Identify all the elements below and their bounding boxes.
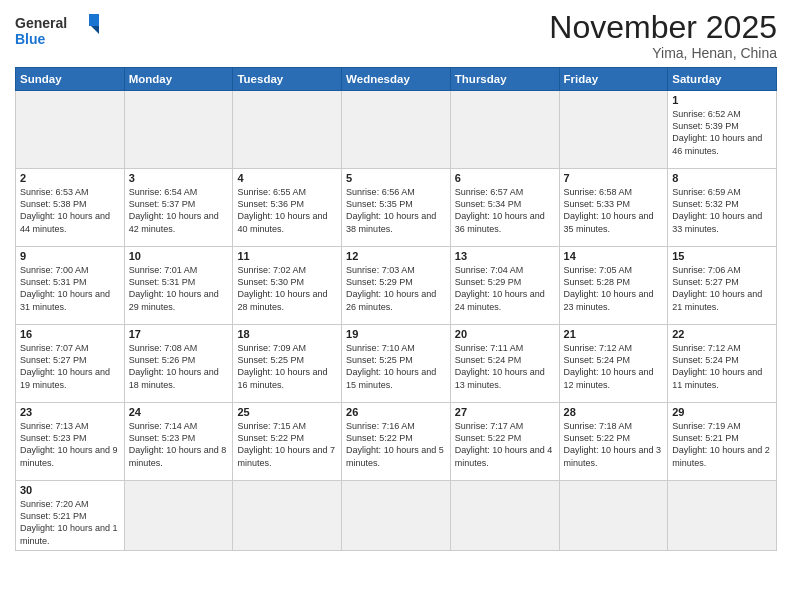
calendar-cell: 25Sunrise: 7:15 AM Sunset: 5:22 PM Dayli…	[233, 403, 342, 481]
day-info: Sunrise: 7:17 AM Sunset: 5:22 PM Dayligh…	[455, 420, 555, 469]
day-number: 23	[20, 406, 120, 418]
calendar-week-row: 16Sunrise: 7:07 AM Sunset: 5:27 PM Dayli…	[16, 325, 777, 403]
calendar-cell: 14Sunrise: 7:05 AM Sunset: 5:28 PM Dayli…	[559, 247, 668, 325]
calendar-cell: 27Sunrise: 7:17 AM Sunset: 5:22 PM Dayli…	[450, 403, 559, 481]
calendar-cell: 22Sunrise: 7:12 AM Sunset: 5:24 PM Dayli…	[668, 325, 777, 403]
day-info: Sunrise: 7:12 AM Sunset: 5:24 PM Dayligh…	[672, 342, 772, 391]
day-number: 9	[20, 250, 120, 262]
page: General Blue November 2025 Yima, Henan, …	[0, 0, 792, 561]
day-info: Sunrise: 6:59 AM Sunset: 5:32 PM Dayligh…	[672, 186, 772, 235]
day-number: 15	[672, 250, 772, 262]
calendar-cell: 12Sunrise: 7:03 AM Sunset: 5:29 PM Dayli…	[342, 247, 451, 325]
calendar-cell: 6Sunrise: 6:57 AM Sunset: 5:34 PM Daylig…	[450, 169, 559, 247]
calendar-cell: 11Sunrise: 7:02 AM Sunset: 5:30 PM Dayli…	[233, 247, 342, 325]
calendar-cell: 23Sunrise: 7:13 AM Sunset: 5:23 PM Dayli…	[16, 403, 125, 481]
calendar-cell	[16, 91, 125, 169]
calendar-cell: 20Sunrise: 7:11 AM Sunset: 5:24 PM Dayli…	[450, 325, 559, 403]
day-number: 18	[237, 328, 337, 340]
day-number: 12	[346, 250, 446, 262]
header-tuesday: Tuesday	[233, 68, 342, 91]
calendar-week-row: 30Sunrise: 7:20 AM Sunset: 5:21 PM Dayli…	[16, 481, 777, 551]
calendar-week-row: 2Sunrise: 6:53 AM Sunset: 5:38 PM Daylig…	[16, 169, 777, 247]
day-info: Sunrise: 7:11 AM Sunset: 5:24 PM Dayligh…	[455, 342, 555, 391]
day-info: Sunrise: 6:52 AM Sunset: 5:39 PM Dayligh…	[672, 108, 772, 157]
calendar-cell	[559, 481, 668, 551]
day-number: 11	[237, 250, 337, 262]
day-info: Sunrise: 7:07 AM Sunset: 5:27 PM Dayligh…	[20, 342, 120, 391]
calendar-cell: 7Sunrise: 6:58 AM Sunset: 5:33 PM Daylig…	[559, 169, 668, 247]
day-info: Sunrise: 6:54 AM Sunset: 5:37 PM Dayligh…	[129, 186, 229, 235]
day-number: 2	[20, 172, 120, 184]
header-friday: Friday	[559, 68, 668, 91]
day-info: Sunrise: 7:09 AM Sunset: 5:25 PM Dayligh…	[237, 342, 337, 391]
day-info: Sunrise: 7:06 AM Sunset: 5:27 PM Dayligh…	[672, 264, 772, 313]
day-number: 5	[346, 172, 446, 184]
calendar-cell	[124, 91, 233, 169]
day-number: 27	[455, 406, 555, 418]
day-info: Sunrise: 6:55 AM Sunset: 5:36 PM Dayligh…	[237, 186, 337, 235]
day-info: Sunrise: 7:05 AM Sunset: 5:28 PM Dayligh…	[564, 264, 664, 313]
calendar-cell: 19Sunrise: 7:10 AM Sunset: 5:25 PM Dayli…	[342, 325, 451, 403]
day-number: 19	[346, 328, 446, 340]
day-number: 20	[455, 328, 555, 340]
header-thursday: Thursday	[450, 68, 559, 91]
calendar-cell: 26Sunrise: 7:16 AM Sunset: 5:22 PM Dayli…	[342, 403, 451, 481]
calendar-cell	[233, 481, 342, 551]
calendar-week-row: 1Sunrise: 6:52 AM Sunset: 5:39 PM Daylig…	[16, 91, 777, 169]
calendar-cell: 5Sunrise: 6:56 AM Sunset: 5:35 PM Daylig…	[342, 169, 451, 247]
day-number: 26	[346, 406, 446, 418]
day-number: 17	[129, 328, 229, 340]
day-info: Sunrise: 7:08 AM Sunset: 5:26 PM Dayligh…	[129, 342, 229, 391]
calendar-cell: 16Sunrise: 7:07 AM Sunset: 5:27 PM Dayli…	[16, 325, 125, 403]
calendar-cell: 18Sunrise: 7:09 AM Sunset: 5:25 PM Dayli…	[233, 325, 342, 403]
calendar-header-row: Sunday Monday Tuesday Wednesday Thursday…	[16, 68, 777, 91]
calendar-cell: 8Sunrise: 6:59 AM Sunset: 5:32 PM Daylig…	[668, 169, 777, 247]
day-info: Sunrise: 7:14 AM Sunset: 5:23 PM Dayligh…	[129, 420, 229, 469]
title-block: November 2025 Yima, Henan, China	[549, 10, 777, 61]
calendar-cell: 13Sunrise: 7:04 AM Sunset: 5:29 PM Dayli…	[450, 247, 559, 325]
calendar-cell: 17Sunrise: 7:08 AM Sunset: 5:26 PM Dayli…	[124, 325, 233, 403]
header: General Blue November 2025 Yima, Henan, …	[15, 10, 777, 61]
day-info: Sunrise: 7:10 AM Sunset: 5:25 PM Dayligh…	[346, 342, 446, 391]
calendar-subtitle: Yima, Henan, China	[549, 45, 777, 61]
day-number: 30	[20, 484, 120, 496]
day-number: 14	[564, 250, 664, 262]
header-monday: Monday	[124, 68, 233, 91]
day-number: 16	[20, 328, 120, 340]
header-wednesday: Wednesday	[342, 68, 451, 91]
day-info: Sunrise: 7:16 AM Sunset: 5:22 PM Dayligh…	[346, 420, 446, 469]
svg-text:General: General	[15, 15, 67, 31]
day-number: 13	[455, 250, 555, 262]
calendar-cell	[450, 91, 559, 169]
calendar-week-row: 23Sunrise: 7:13 AM Sunset: 5:23 PM Dayli…	[16, 403, 777, 481]
day-info: Sunrise: 7:13 AM Sunset: 5:23 PM Dayligh…	[20, 420, 120, 469]
day-info: Sunrise: 7:12 AM Sunset: 5:24 PM Dayligh…	[564, 342, 664, 391]
day-number: 21	[564, 328, 664, 340]
day-info: Sunrise: 7:19 AM Sunset: 5:21 PM Dayligh…	[672, 420, 772, 469]
calendar-cell: 29Sunrise: 7:19 AM Sunset: 5:21 PM Dayli…	[668, 403, 777, 481]
day-number: 8	[672, 172, 772, 184]
day-number: 28	[564, 406, 664, 418]
day-info: Sunrise: 7:18 AM Sunset: 5:22 PM Dayligh…	[564, 420, 664, 469]
calendar-cell: 24Sunrise: 7:14 AM Sunset: 5:23 PM Dayli…	[124, 403, 233, 481]
day-number: 10	[129, 250, 229, 262]
day-number: 25	[237, 406, 337, 418]
day-info: Sunrise: 7:15 AM Sunset: 5:22 PM Dayligh…	[237, 420, 337, 469]
calendar-cell	[124, 481, 233, 551]
day-info: Sunrise: 7:00 AM Sunset: 5:31 PM Dayligh…	[20, 264, 120, 313]
calendar-cell	[233, 91, 342, 169]
calendar-week-row: 9Sunrise: 7:00 AM Sunset: 5:31 PM Daylig…	[16, 247, 777, 325]
calendar-cell: 4Sunrise: 6:55 AM Sunset: 5:36 PM Daylig…	[233, 169, 342, 247]
day-number: 29	[672, 406, 772, 418]
calendar-cell: 21Sunrise: 7:12 AM Sunset: 5:24 PM Dayli…	[559, 325, 668, 403]
svg-text:Blue: Blue	[15, 31, 46, 47]
day-info: Sunrise: 7:03 AM Sunset: 5:29 PM Dayligh…	[346, 264, 446, 313]
day-number: 6	[455, 172, 555, 184]
day-info: Sunrise: 6:58 AM Sunset: 5:33 PM Dayligh…	[564, 186, 664, 235]
day-number: 3	[129, 172, 229, 184]
day-number: 4	[237, 172, 337, 184]
day-number: 1	[672, 94, 772, 106]
calendar-cell	[342, 481, 451, 551]
calendar-cell: 15Sunrise: 7:06 AM Sunset: 5:27 PM Dayli…	[668, 247, 777, 325]
day-info: Sunrise: 6:53 AM Sunset: 5:38 PM Dayligh…	[20, 186, 120, 235]
